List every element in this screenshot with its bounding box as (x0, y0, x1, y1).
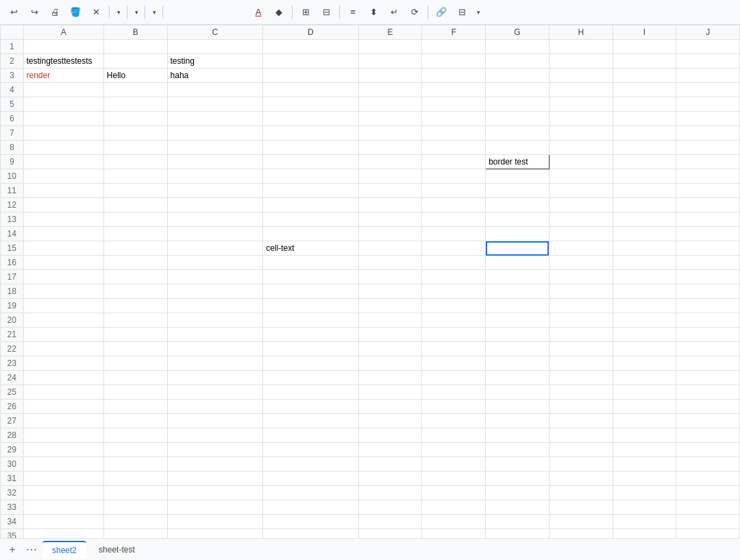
cell-F33[interactable] (422, 500, 486, 515)
cell-H17[interactable] (549, 270, 613, 284)
cell-B8[interactable] (103, 141, 167, 155)
col-header-F[interactable]: F (422, 25, 486, 40)
cell-H13[interactable] (549, 212, 613, 227)
cell-I9[interactable] (613, 155, 676, 169)
cell-G18[interactable] (486, 284, 550, 299)
cell-E17[interactable] (358, 270, 422, 284)
row-num-6[interactable]: 6 (1, 112, 24, 126)
clear-formatting-button[interactable]: ✕ (86, 3, 106, 21)
cell-C21[interactable] (167, 328, 263, 342)
cell-H18[interactable] (549, 284, 613, 299)
cell-B16[interactable] (103, 256, 167, 270)
cell-J6[interactable] (676, 112, 740, 126)
cell-H26[interactable] (549, 400, 613, 414)
cell-D7[interactable] (263, 126, 359, 141)
cell-A8[interactable] (23, 141, 103, 155)
cell-E9[interactable] (358, 155, 422, 169)
cell-D6[interactable] (263, 112, 359, 126)
cell-E12[interactable] (358, 198, 422, 212)
cell-G12[interactable] (486, 198, 550, 212)
cell-E34[interactable] (358, 515, 422, 529)
cell-I20[interactable] (613, 313, 676, 328)
cell-H20[interactable] (549, 313, 613, 328)
col-header-J[interactable]: J (676, 25, 740, 40)
row-num-22[interactable]: 22 (1, 342, 24, 356)
cell-I25[interactable] (613, 385, 676, 400)
cell-E28[interactable] (358, 428, 422, 443)
cell-H32[interactable] (549, 486, 613, 500)
cell-A13[interactable] (23, 212, 103, 227)
row-num-32[interactable]: 32 (1, 486, 24, 500)
cell-A27[interactable] (23, 414, 103, 428)
undo-button[interactable]: ↩ (4, 3, 23, 21)
cell-J11[interactable] (676, 184, 740, 198)
cell-H25[interactable] (549, 385, 613, 400)
cell-A1[interactable] (23, 40, 103, 54)
cell-C23[interactable] (167, 356, 263, 371)
italic-button[interactable] (187, 3, 206, 21)
cell-C5[interactable] (167, 97, 263, 112)
cell-B28[interactable] (103, 428, 167, 443)
cell-C20[interactable] (167, 313, 263, 328)
cell-D17[interactable] (263, 270, 359, 284)
cell-F34[interactable] (422, 515, 486, 529)
cell-B21[interactable] (103, 328, 167, 342)
cell-E35[interactable] (358, 529, 422, 539)
cell-D34[interactable] (263, 515, 359, 529)
row-num-28[interactable]: 28 (1, 428, 24, 443)
row-num-18[interactable]: 18 (1, 284, 24, 299)
cell-D27[interactable] (263, 414, 359, 428)
underline-button[interactable] (208, 3, 227, 21)
cell-J24[interactable] (676, 371, 740, 385)
cell-C14[interactable] (167, 227, 263, 241)
cell-F35[interactable] (422, 529, 486, 539)
cell-J21[interactable] (676, 328, 740, 342)
col-header-E[interactable]: E (358, 25, 422, 40)
cell-B12[interactable] (103, 198, 167, 212)
cell-F26[interactable] (422, 400, 486, 414)
cell-F17[interactable] (422, 270, 486, 284)
cell-C22[interactable] (167, 342, 263, 356)
cell-D1[interactable] (263, 40, 359, 54)
row-num-34[interactable]: 34 (1, 515, 24, 529)
col-header-G[interactable]: G (486, 25, 550, 40)
cell-A3[interactable]: render (23, 69, 103, 83)
cell-J10[interactable] (676, 169, 740, 184)
row-num-24[interactable]: 24 (1, 371, 24, 385)
cell-J33[interactable] (676, 500, 740, 515)
cell-I10[interactable] (613, 169, 676, 184)
cell-I21[interactable] (613, 328, 676, 342)
cell-J23[interactable] (676, 356, 740, 371)
cell-B32[interactable] (103, 486, 167, 500)
row-num-25[interactable]: 25 (1, 385, 24, 400)
cell-I5[interactable] (613, 97, 676, 112)
row-num-31[interactable]: 31 (1, 472, 24, 486)
cell-I1[interactable] (613, 40, 676, 54)
cell-E2[interactable] (358, 54, 422, 69)
cell-A31[interactable] (23, 472, 103, 486)
cell-I31[interactable] (613, 472, 676, 486)
cell-E4[interactable] (358, 83, 422, 97)
cell-G7[interactable] (486, 126, 550, 141)
cell-F24[interactable] (422, 371, 486, 385)
cell-H15[interactable] (549, 241, 613, 256)
cell-B3[interactable]: Hello (103, 69, 167, 83)
cell-C29[interactable] (167, 443, 263, 457)
cell-A17[interactable] (23, 270, 103, 284)
cell-G30[interactable] (486, 457, 550, 472)
col-header-B[interactable]: B (103, 25, 167, 40)
cell-E8[interactable] (358, 141, 422, 155)
cell-H19[interactable] (549, 299, 613, 313)
cell-G1[interactable] (486, 40, 550, 54)
cell-H9[interactable] (549, 155, 613, 169)
add-sheet-button[interactable]: + (4, 541, 21, 558)
cell-C34[interactable] (167, 515, 263, 529)
cell-D12[interactable] (263, 198, 359, 212)
cell-I17[interactable] (613, 270, 676, 284)
cell-D2[interactable] (263, 54, 359, 69)
cell-D31[interactable] (263, 472, 359, 486)
col-header-C[interactable]: C (167, 25, 263, 40)
cell-I32[interactable] (613, 486, 676, 500)
cell-G32[interactable] (486, 486, 550, 500)
cell-G13[interactable] (486, 212, 550, 227)
